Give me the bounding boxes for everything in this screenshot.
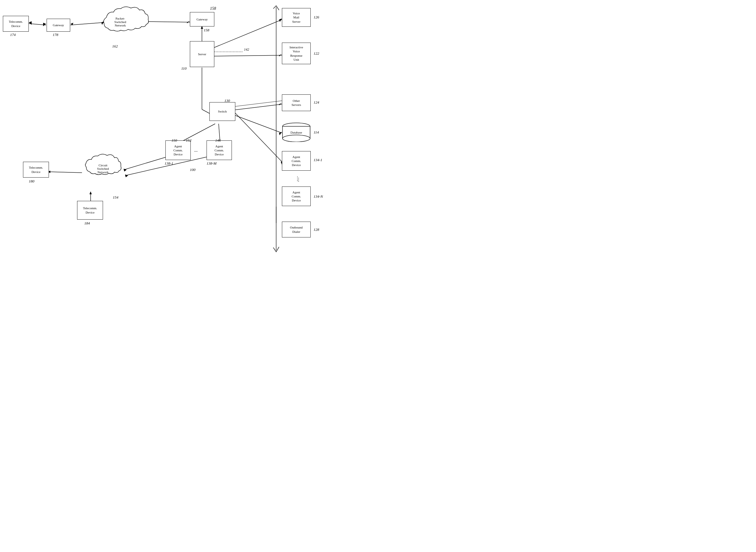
- label-154: 154: [113, 195, 119, 200]
- label-152: 152: [186, 138, 192, 143]
- label-138-m: 138-M: [207, 161, 217, 166]
- svg-marker-25: [279, 103, 282, 105]
- svg-line-28: [180, 124, 215, 142]
- svg-text:Switched: Switched: [97, 167, 109, 170]
- label-128: 128: [314, 227, 319, 232]
- svg-line-42: [234, 112, 282, 162]
- svg-text:Network: Network: [115, 24, 126, 27]
- label-174: 174: [10, 32, 16, 37]
- ellipsis-134: ⋮: [295, 175, 300, 182]
- label-180: 180: [29, 179, 34, 184]
- gateway-158: Gateway: [190, 12, 214, 26]
- ellipsis-between-agents: ···: [194, 149, 198, 154]
- svg-marker-11: [101, 21, 104, 25]
- label-114: 114: [314, 130, 319, 135]
- label-134-n: 134-N: [314, 194, 323, 199]
- svg-text:Packet-: Packet-: [116, 17, 125, 20]
- svg-text:Circuit: Circuit: [99, 163, 108, 167]
- telecomm-device-184: Telecomm.Device: [77, 201, 103, 220]
- label-134-1: 134-1: [314, 158, 322, 162]
- svg-line-20: [214, 55, 282, 56]
- switch-130: Switch: [209, 102, 235, 121]
- svg-point-50: [282, 135, 310, 142]
- label-126: 126: [314, 15, 319, 20]
- label-158-top: 158: [210, 6, 216, 11]
- label-178: 178: [53, 32, 58, 37]
- svg-marker-12: [70, 23, 73, 25]
- svg-text:Switched: Switched: [115, 20, 126, 24]
- label-150: 150: [171, 138, 177, 143]
- svg-line-18: [214, 20, 282, 47]
- svg-marker-21: [279, 54, 282, 56]
- svg-line-26: [234, 115, 282, 133]
- ivr-122: InteractiveVoiceResponseUnit: [282, 42, 311, 64]
- label-158: 158: [204, 28, 209, 32]
- svg-marker-19: [279, 18, 282, 22]
- svg-text:142: 142: [244, 47, 249, 51]
- outbound-dialer-128: OutboundDialer: [282, 222, 311, 238]
- agent-comm-device-134-1: AgentComm.Device: [282, 151, 311, 171]
- svg-line-10: [70, 22, 104, 25]
- svg-line-36: [234, 101, 282, 107]
- svg-line-23: [202, 109, 210, 114]
- voicemail-server-126: VoiceMailServer: [282, 8, 311, 27]
- svg-line-24: [234, 104, 282, 110]
- telecomm-device-180: Telecomm.Device: [23, 162, 49, 177]
- svg-text:Network: Network: [98, 170, 109, 174]
- svg-marker-35: [125, 174, 128, 177]
- label-138-1: 138-1: [165, 161, 173, 166]
- svg-line-37: [50, 172, 82, 173]
- agent-comm-device-138-1: AgentComm.Device: [165, 140, 191, 160]
- svg-marker-8: [43, 23, 46, 26]
- svg-marker-33: [124, 169, 127, 171]
- svg-line-32: [124, 157, 167, 170]
- svg-marker-27: [279, 132, 282, 135]
- label-184: 184: [84, 221, 90, 226]
- agent-comm-device-138-m: AgentComm.Device: [207, 140, 232, 160]
- network-diagram: Packet- Switched Network Circuit Switche…: [0, 0, 378, 276]
- svg-line-13: [148, 22, 190, 22]
- telecomm-device-174: Telecomm.Device: [3, 16, 29, 32]
- other-servers-124: OtherServers: [282, 95, 311, 111]
- database-114: Database: [282, 122, 311, 142]
- label-124: 124: [314, 100, 319, 105]
- server-110: Server: [190, 41, 214, 67]
- svg-marker-14: [187, 21, 190, 23]
- svg-line-7: [29, 24, 46, 25]
- label-100: 100: [190, 167, 196, 172]
- svg-marker-9: [29, 21, 32, 25]
- gateway-178: Gateway: [47, 19, 70, 32]
- label-110: 110: [181, 66, 187, 71]
- label-130: 130: [224, 99, 230, 103]
- label-162: 162: [112, 44, 118, 49]
- label-122: 122: [314, 51, 319, 56]
- svg-text:Database: Database: [291, 131, 302, 134]
- agent-comm-device-134-n: AgentComm.Device: [282, 186, 311, 206]
- label-146: 146: [215, 138, 221, 143]
- svg-marker-41: [89, 191, 92, 194]
